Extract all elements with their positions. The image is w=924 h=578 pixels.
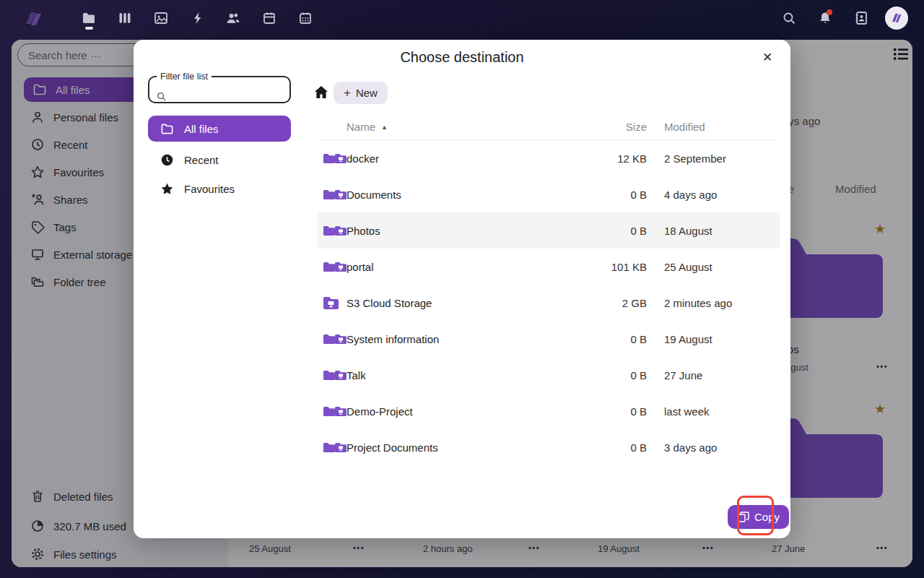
- external-storage-folder-icon: [335, 333, 346, 345]
- filter-field: Filter file list: [148, 72, 291, 103]
- new-button[interactable]: + New: [334, 82, 388, 104]
- dialog-nav-label: All files: [184, 123, 219, 135]
- column-name[interactable]: Name ▲: [318, 121, 560, 133]
- filter-input[interactable]: [170, 83, 285, 100]
- table-row[interactable]: Project Documents 0 B 3 days ago: [318, 429, 780, 465]
- search-icon[interactable]: [782, 11, 796, 25]
- file-name: Demo-Project: [346, 405, 560, 418]
- file-name: portal: [346, 261, 560, 273]
- file-size: 101 KB: [560, 261, 647, 273]
- table-row[interactable]: Demo-Project 0 B last week: [318, 393, 780, 429]
- file-size: 0 B: [560, 369, 647, 381]
- file-size: 0 B: [560, 405, 647, 418]
- file-modified: last week: [664, 405, 780, 418]
- external-storage-folder-icon: [335, 405, 346, 418]
- sort-ascending-icon: ▲: [381, 124, 388, 131]
- clock-icon: [160, 153, 174, 167]
- dialog-nav: All files Recent Favourites: [148, 116, 291, 203]
- dialog-nav-all-files[interactable]: All files: [148, 116, 291, 142]
- dialog-title: Choose destination: [134, 49, 790, 66]
- search-icon: [157, 91, 166, 100]
- table-row[interactable]: S3 Cloud Storage 2 GB 2 minutes ago: [318, 285, 780, 321]
- column-name-label: Name: [346, 121, 375, 133]
- file-size: 0 B: [560, 333, 647, 345]
- file-modified: 27 June: [664, 369, 780, 381]
- file-name: Photos: [346, 225, 560, 237]
- column-size[interactable]: Size: [560, 121, 647, 133]
- choose-destination-dialog: Choose destination ✕ Filter file list Al…: [134, 40, 790, 538]
- table-row[interactable]: Photos 0 B 18 August: [318, 212, 780, 249]
- tasks-app-icon[interactable]: [298, 11, 313, 25]
- file-size: 12 KB: [560, 152, 647, 165]
- external-storage-folder-icon: [335, 441, 346, 454]
- filter-field-label: Filter file list: [157, 72, 212, 82]
- file-name: docker: [346, 152, 560, 165]
- click-target-annotation: [737, 496, 774, 535]
- external-storage-folder-icon: [335, 152, 346, 165]
- file-name: S3 Cloud Storage: [346, 297, 560, 309]
- notification-badge: [827, 9, 832, 15]
- contacts-menu-icon[interactable]: [854, 11, 868, 25]
- folder-icon: [318, 189, 346, 201]
- table-row[interactable]: Talk 0 B 27 June: [318, 357, 780, 393]
- file-name: Talk: [346, 369, 560, 381]
- folder-icon: [318, 152, 346, 165]
- table-row[interactable]: System information 0 B 19 August: [318, 321, 780, 357]
- files-app-icon[interactable]: [82, 11, 96, 25]
- external-storage-folder-icon: [335, 189, 346, 201]
- table-row[interactable]: Documents 0 B 4 days ago: [318, 176, 780, 212]
- table-row[interactable]: docker 12 KB 2 September: [318, 140, 780, 176]
- external-storage-folder-icon: [335, 369, 346, 381]
- column-modified[interactable]: Modified: [664, 121, 780, 133]
- star-icon: [160, 182, 174, 196]
- file-modified: 25 August: [664, 261, 780, 273]
- top-bar: [0, 0, 924, 36]
- contacts-app-icon[interactable]: [226, 11, 240, 25]
- active-app-indicator: [85, 27, 93, 30]
- file-size: 0 B: [560, 441, 647, 454]
- folder-icon: [318, 261, 346, 273]
- folder-icon: [318, 225, 346, 237]
- photos-app-icon[interactable]: [154, 11, 168, 25]
- dialog-nav-label: Favourites: [184, 183, 235, 195]
- activity-app-icon[interactable]: [191, 11, 205, 25]
- table-body: docker 12 KB 2 September Documents 0 B 4…: [318, 140, 780, 465]
- file-modified: 3 days ago: [664, 441, 780, 454]
- calendar-app-icon[interactable]: [262, 11, 276, 25]
- folder-icon: [318, 369, 346, 381]
- table-header: Name ▲ Size Modified: [318, 114, 780, 140]
- folder-icon: [160, 122, 174, 136]
- folder-icon: [318, 441, 346, 454]
- dialog-nav-favourites[interactable]: Favourites: [148, 174, 291, 203]
- file-name: System information: [346, 333, 560, 345]
- file-modified: 2 September: [664, 152, 780, 165]
- external-storage-folder-icon: [323, 297, 339, 309]
- home-icon[interactable]: [313, 84, 330, 101]
- folder-icon: [318, 297, 346, 309]
- file-modified: 18 August: [664, 225, 780, 237]
- folder-icon: [318, 405, 346, 418]
- external-storage-folder-icon: [335, 225, 346, 237]
- file-name: Project Documents: [346, 441, 560, 454]
- file-size: 0 B: [560, 225, 647, 237]
- file-modified: 2 minutes ago: [664, 297, 780, 309]
- table-row[interactable]: portal 101 KB 25 August: [318, 249, 780, 285]
- external-storage-folder-icon: [335, 261, 346, 273]
- dialog-nav-label: Recent: [184, 154, 219, 166]
- columns-app-icon[interactable]: [118, 11, 132, 25]
- close-icon[interactable]: ✕: [756, 46, 779, 69]
- dialog-nav-recent[interactable]: Recent: [148, 145, 291, 174]
- file-modified: 19 August: [664, 333, 780, 345]
- file-size: 0 B: [560, 189, 647, 201]
- folder-icon: [318, 333, 346, 345]
- screen: All files Personal files Recent Favourit…: [0, 0, 924, 578]
- file-table: Name ▲ Size Modified docker 12 KB: [318, 114, 780, 465]
- new-button-label: New: [356, 87, 378, 99]
- app-logo-icon: [19, 7, 46, 30]
- avatar[interactable]: [885, 7, 908, 30]
- file-name: Documents: [346, 189, 560, 201]
- plus-icon: +: [344, 86, 351, 100]
- file-modified: 4 days ago: [664, 189, 780, 201]
- file-size: 2 GB: [560, 297, 647, 309]
